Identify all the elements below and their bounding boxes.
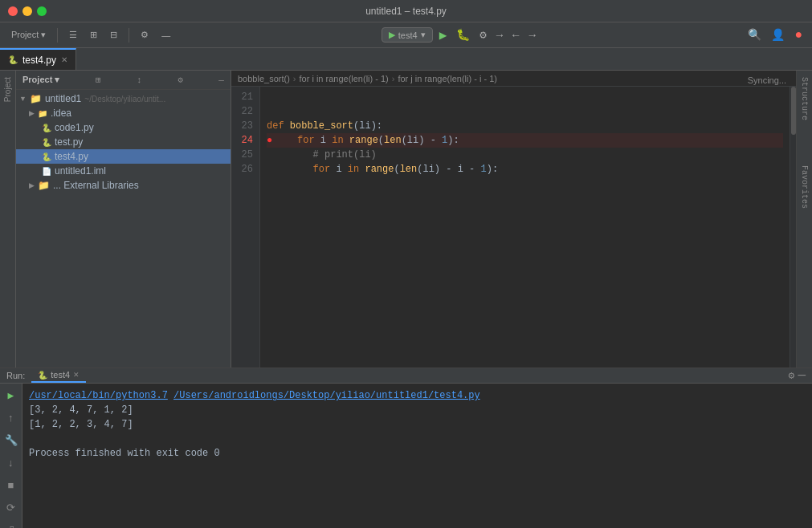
paren-2: ): <box>371 119 382 133</box>
run-config-dropdown[interactable]: ▶ test4 ▾ <box>382 27 433 43</box>
tree-test4-label: test4.py <box>55 151 88 162</box>
iml-icon: 📄 <box>42 167 51 176</box>
coverage-icon[interactable]: ⚙ <box>476 28 489 42</box>
file-tab-test4[interactable]: 🐍 test4.py ✕ <box>0 48 76 70</box>
tree-root-label: untitled1 <box>45 93 81 104</box>
project-hide-icon[interactable]: — <box>218 75 224 85</box>
line-numbers: 21 22 23 24 25 26 <box>231 87 260 368</box>
breadcrumb-part-3[interactable]: for j in range(len(li) - i - 1) <box>398 74 496 83</box>
fn-len: len <box>384 133 402 148</box>
line-26: 26 <box>231 162 253 177</box>
fn-len-2: len <box>400 162 418 177</box>
maximize-button[interactable] <box>37 6 47 16</box>
tree-test4-item[interactable]: 🐍 test4.py <box>16 149 231 164</box>
user-icon[interactable]: 👤 <box>768 28 788 42</box>
back-icon[interactable]: ← <box>509 29 522 42</box>
toolbar-icon-3[interactable]: ⊟ <box>105 28 122 42</box>
run-print-icon[interactable]: 🖨 <box>2 522 20 528</box>
toolbar-close-panel-icon[interactable]: — <box>157 29 175 42</box>
help-icon[interactable]: ● <box>791 28 806 43</box>
tree-arrow-ext: ▶ <box>29 181 35 189</box>
num-2: 1 <box>480 162 486 177</box>
code-line-23: def bobble_sort(li): <box>267 119 783 133</box>
traffic-lights <box>8 6 47 16</box>
project-menu-button[interactable]: Project ▾ <box>6 28 51 42</box>
minimize-button[interactable] <box>22 6 32 16</box>
tree-idea-item[interactable]: ▶ 📁 .idea <box>16 106 231 120</box>
toolbar-icon-2[interactable]: ⊞ <box>85 28 102 42</box>
run-wrap-icon[interactable]: ⟳ <box>2 499 20 517</box>
tab-bar: 🐍 test4.py ✕ <box>0 48 812 71</box>
run-wrench-icon[interactable]: 🔧 <box>2 432 20 449</box>
run-tab-test4[interactable]: 🐍 test4 ✕ <box>31 368 86 383</box>
tree-root-item[interactable]: ▼ 📁 untitled1 ~/Desktop/yiliao/untit... <box>16 91 231 106</box>
tree-test-label: test.py <box>55 136 83 148</box>
run-stop-icon[interactable]: ■ <box>2 477 20 494</box>
run-config-icon: ▶ <box>389 30 395 40</box>
line-22: 22 <box>231 104 253 119</box>
breadcrumb-part-2[interactable]: for i in range(len(li) - 1) <box>300 74 389 83</box>
tree-extlibs-item[interactable]: ▶ 📁 ... External Libraries <box>16 178 231 193</box>
run-panel-body: ▶ ↑ 🔧 ↓ ■ ⟳ 🖨 🗑 /usr/local/bin/python3.7… <box>0 384 812 528</box>
run-up-icon[interactable]: ↑ <box>2 409 20 427</box>
paren-4: (li) - <box>402 133 442 148</box>
scrollbar-thumb[interactable] <box>791 87 796 135</box>
test4-py-icon: 🐍 <box>42 152 51 161</box>
run-minimize-icon[interactable]: — <box>798 368 806 383</box>
code-line-21 <box>267 90 783 104</box>
favorites-label[interactable]: Favorites <box>798 159 810 215</box>
code-line-26: for i in range(len(li) - i - 1): <box>267 162 783 177</box>
tab-label: test4.py <box>22 55 56 66</box>
toolbar-icon-1[interactable]: ☰ <box>64 28 82 42</box>
tree-code1-item[interactable]: 🐍 code1.py <box>16 120 231 135</box>
forward-icon[interactable]: → <box>526 29 539 42</box>
breadcrumb-arrow-2: › <box>392 74 395 83</box>
right-scrollbar[interactable] <box>790 87 796 368</box>
breadcrumb-part-1[interactable]: bobble_sort() <box>238 74 290 83</box>
run-down-icon[interactable]: ↓ <box>2 454 20 472</box>
line-25: 25 <box>231 148 253 162</box>
search-everywhere-icon[interactable]: 🔍 <box>745 28 765 42</box>
project-title-label: Project ▾ <box>22 75 59 85</box>
sidebar-label-project[interactable]: Project <box>2 71 14 108</box>
toolbar-sep-1 <box>57 28 58 43</box>
tree-arrow-idea: ▶ <box>29 109 35 117</box>
var-i: i <box>320 133 332 148</box>
paren-8: ): <box>487 162 498 177</box>
breadcrumb: bobble_sort() › for i in range(len(li) -… <box>231 71 796 87</box>
tree-test-item[interactable]: 🐍 test.py <box>16 135 231 149</box>
close-button[interactable] <box>8 6 18 16</box>
run-button[interactable]: ▶ <box>436 27 451 43</box>
kw-for: for <box>274 133 320 148</box>
project-panel: Project ▾ ⊞ ↕ ⚙ — ▼ 📁 untitled1 ~/Deskto… <box>16 71 231 368</box>
structure-label[interactable]: Structure <box>798 71 810 127</box>
debug-icon[interactable]: 🐛 <box>453 28 473 42</box>
run-tab-close-icon[interactable]: ✕ <box>73 371 80 379</box>
toolbar-settings-icon[interactable]: ⚙ <box>136 28 153 42</box>
run-output-done: Process finished with exit code 0 <box>29 446 806 461</box>
kw-for-2: for <box>267 162 336 177</box>
paren-6: ( <box>394 162 399 177</box>
run-play-icon[interactable]: ▶ <box>2 387 20 404</box>
run-panel: Run: 🐍 test4 ✕ ⚙ — ▶ ↑ 🔧 ↓ ■ ⟳ 🖨 🗑 /usr/… <box>0 368 812 528</box>
run-config-arrow: ▾ <box>421 30 426 40</box>
py-icon: 🐍 <box>8 55 18 64</box>
tree-iml-item[interactable]: 📄 untitled1.iml <box>16 164 231 178</box>
run-settings-icon[interactable]: ⚙ <box>789 369 795 382</box>
profile-icon[interactable]: → <box>493 29 506 42</box>
kw-in-2: in <box>348 162 365 177</box>
tab-close-icon[interactable]: ✕ <box>61 55 67 64</box>
project-collapse-icon[interactable]: ↕ <box>137 75 142 85</box>
code-content[interactable]: def bobble_sort(li): ● for i in range(le… <box>260 87 790 368</box>
project-gear-icon[interactable]: ⚙ <box>177 75 183 85</box>
syncing-badge: Syncing... <box>748 75 786 85</box>
run-output: /usr/local/bin/python3.7 /Users/androidl… <box>22 384 812 528</box>
kw-in: in <box>332 133 349 148</box>
toolbar-sep-2 <box>129 28 129 43</box>
project-settings-icon[interactable]: ⊞ <box>96 75 101 85</box>
run-link-script[interactable]: /Users/androidlongs/Desktop/yiliao/untit… <box>173 390 480 401</box>
kw-def: def <box>267 119 290 133</box>
project-header: Project ▾ ⊞ ↕ ⚙ — <box>16 71 231 90</box>
run-link-python[interactable]: /usr/local/bin/python3.7 <box>29 390 168 401</box>
code-line-25: # print(li) <box>267 148 783 162</box>
